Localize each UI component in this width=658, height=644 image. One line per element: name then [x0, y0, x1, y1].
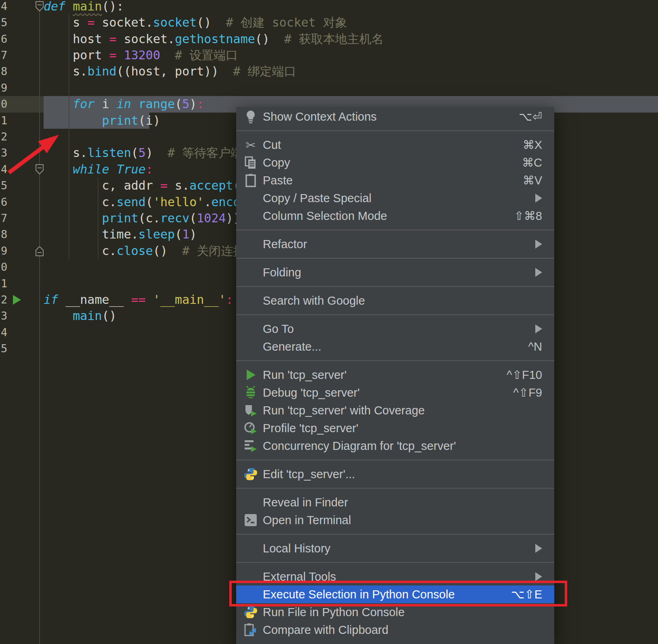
code-token: def — [44, 0, 65, 13]
code-line[interactable]: print(i) — [44, 113, 160, 129]
menu-item-shortcut: ^⇧F9 — [513, 386, 542, 399]
menu-item-reveal-in-finder[interactable]: Reveal in Finder — [236, 493, 554, 511]
code-line[interactable]: def main(): — [44, 0, 124, 15]
menu-item-external-tools[interactable]: External Tools — [236, 568, 554, 585]
menu-item-go-to[interactable]: Go To — [236, 320, 554, 338]
fold-collapse-icon[interactable] — [34, 1, 45, 12]
menu-item-cut[interactable]: ✂Cut⌘X — [236, 136, 554, 154]
code-line[interactable]: print(c.recv(1024)) — [44, 210, 241, 226]
profile-icon — [243, 421, 258, 435]
fold-end-icon[interactable] — [34, 245, 45, 257]
code-token: () — [197, 15, 211, 29]
code-token: : — [146, 162, 153, 176]
menu-item-execute-selection-in-python-console[interactable]: Execute Selection in Python Console⌥⇧E — [236, 585, 554, 603]
menu-item-run-tcp-server[interactable]: Run 'tcp_server'^⇧F10 — [236, 366, 554, 384]
menu-item-label: Execute Selection in Python Console — [263, 588, 455, 601]
menu-separator — [236, 360, 554, 361]
fold-collapse-icon[interactable] — [34, 164, 45, 175]
menu-item-edit-tcp-server[interactable]: Edit 'tcp_server'... — [236, 465, 554, 483]
compare-icon — [243, 623, 258, 637]
code-token: recv — [160, 211, 189, 225]
menu-item-debug-tcp-server[interactable]: Debug 'tcp_server'^⇧F9 — [236, 384, 554, 401]
code-token: accept — [189, 178, 233, 192]
run-line-icon[interactable] — [13, 295, 21, 305]
menu-item-search-with-google[interactable]: Search with Google — [236, 292, 554, 309]
menu-item-local-history[interactable]: Local History — [236, 539, 554, 557]
menu-item-copy-paste-special[interactable]: Copy / Paste Special — [236, 189, 554, 207]
code-line[interactable]: time.sleep(1) — [44, 226, 197, 243]
menu-item-show-context-actions[interactable]: Show Context Actions⌥⏎ — [236, 108, 554, 125]
code-line[interactable]: port = 13200 # 设置端口 — [44, 47, 238, 63]
code-token: for — [73, 97, 94, 111]
code-token: sleep — [138, 227, 175, 241]
code-token: (): — [102, 0, 124, 13]
menu-item-shortcut: ^N — [528, 340, 542, 353]
menu-item-shortcut: ⌥⏎ — [519, 110, 542, 123]
code-token: = — [87, 15, 94, 29]
code-token: print — [102, 113, 138, 128]
menu-item-label: Concurrency Diagram for 'tcp_server' — [263, 439, 456, 453]
code-line[interactable]: while True: — [44, 161, 153, 178]
submenu-arrow-icon — [535, 324, 542, 333]
menu-item-label: Generate... — [263, 340, 321, 353]
menu-item-concurrency-diagram[interactable]: Concurrency Diagram for 'tcp_server' — [236, 437, 554, 455]
menu-item-folding[interactable]: Folding — [236, 263, 554, 281]
concurrency-icon — [243, 439, 258, 453]
run-icon — [243, 368, 258, 382]
menu-item-generate[interactable]: Generate...^N — [236, 338, 554, 355]
menu-separator — [236, 286, 554, 287]
menu-item-refactor[interactable]: Refactor — [236, 235, 554, 253]
code-token: print — [102, 211, 138, 225]
code-line[interactable]: s.listen(5) # 等待客户端连接 — [44, 145, 267, 161]
code-line[interactable]: if __name__ == '__main__': — [44, 292, 233, 308]
code-token: i — [94, 97, 116, 111]
code-token: = — [160, 178, 168, 192]
code-token: c. — [44, 244, 117, 258]
editor-context-menu: Show Context Actions⌥⏎✂Cut⌘XCopy⌘CPaste⌘… — [236, 107, 554, 644]
menu-item-open-in-terminal[interactable]: Open in Terminal — [236, 511, 554, 529]
menu-separator — [236, 314, 554, 315]
menu-item-copy[interactable]: Copy⌘C — [236, 154, 554, 171]
code-line[interactable]: c, addr = s.accept() — [44, 178, 248, 194]
menu-item-run-file-in-python-console[interactable]: Run File in Python Console — [236, 603, 554, 621]
menu-separator — [236, 562, 554, 563]
code-line[interactable]: for i in range(5): — [44, 96, 204, 112]
menu-item-label: External Tools — [263, 570, 336, 583]
menu-item-paste[interactable]: Paste⌘V — [236, 171, 554, 189]
line-number: 5 — [1, 178, 13, 194]
code-token: while — [73, 162, 109, 176]
code-token: () — [153, 244, 168, 258]
code-token: # 设置端口 — [160, 48, 238, 62]
menu-item-compare-with-clipboard[interactable]: Compare with Clipboard — [236, 621, 554, 639]
code-token: : — [226, 293, 233, 307]
code-token: () — [255, 32, 270, 46]
code-token — [44, 113, 102, 128]
code-token — [44, 162, 73, 176]
menu-separator — [236, 460, 554, 460]
code-token: ) — [189, 227, 197, 241]
menu-separator — [236, 534, 554, 535]
code-token: s. — [44, 64, 87, 78]
menu-item-profile-tcp-server[interactable]: Profile 'tcp_server' — [236, 419, 554, 437]
python-icon — [243, 467, 258, 481]
menu-item-shortcut: ⌘V — [523, 174, 542, 187]
line-number: 4 — [1, 324, 13, 341]
code-token: # 获取本地主机名 — [270, 32, 383, 46]
code-line[interactable]: s.bind((host, port)) # 绑定端口 — [44, 63, 296, 79]
code-token: send — [117, 195, 146, 209]
code-token: ( — [175, 227, 182, 241]
code-line[interactable]: s = socket.socket() # 创建 socket 对象 — [44, 15, 347, 31]
code-token — [44, 309, 73, 323]
menu-item-label: Compare with Clipboard — [263, 623, 388, 637]
line-number: 3 — [1, 308, 13, 324]
paste-icon — [243, 173, 258, 188]
code-token: '__main__' — [153, 293, 226, 307]
code-line[interactable]: main() — [44, 308, 117, 324]
code-line[interactable]: host = socket.gethostname() # 获取本地主机名 — [44, 31, 383, 47]
line-number: 4 — [1, 0, 13, 15]
menu-item-run-tcp-server-with-coverage[interactable]: Run 'tcp_server' with Coverage — [236, 401, 554, 419]
line-number: 6 — [1, 194, 13, 210]
menu-item-column-selection-mode[interactable]: Column Selection Mode⇧⌘8 — [236, 207, 554, 225]
code-token: ( — [175, 97, 182, 111]
code-line[interactable]: c.close() # 关闭连接 — [44, 243, 245, 259]
